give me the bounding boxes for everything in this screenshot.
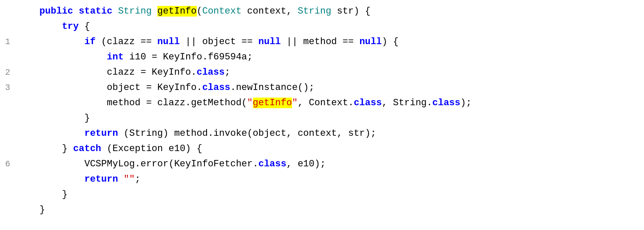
token: class — [196, 67, 224, 78]
token: class — [432, 98, 460, 108]
token: str) { — [331, 6, 370, 17]
token: clazz = KeyInfo. — [107, 67, 196, 78]
token: object = KeyInfo. — [107, 82, 202, 93]
token: } — [62, 189, 68, 200]
token: getInfo — [253, 98, 292, 108]
code-line: try { — [0, 20, 644, 35]
token: (String) method.invoke(object, context, … — [118, 128, 376, 139]
token: Context — [202, 6, 241, 17]
code-content: VCSPMyLog.error(KeyInfoFetcher.class, e1… — [17, 157, 644, 171]
code-content: int i10 = KeyInfo.f69594a; — [17, 50, 644, 65]
token: .newInstance(); — [230, 82, 315, 93]
token: , Context. — [298, 98, 354, 108]
token: return — [84, 128, 118, 139]
code-line: } catch (Exception e10) { — [0, 142, 644, 157]
token: ); — [460, 98, 471, 108]
token — [152, 6, 157, 17]
token — [118, 174, 124, 185]
code-content: clazz = KeyInfo.class; — [17, 65, 644, 80]
token: (Exception e10) { — [101, 143, 202, 154]
code-line: method = clazz.getMethod("getInfo", Cont… — [0, 96, 644, 111]
token: catch — [73, 143, 101, 154]
token: context, — [241, 6, 298, 17]
token: getInfo — [157, 6, 196, 17]
code-line: int i10 = KeyInfo.f69594a; — [0, 50, 644, 65]
code-line: } — [0, 188, 644, 203]
line-number: 1 — [0, 35, 17, 48]
token: ) { — [382, 36, 399, 47]
token: || method == — [281, 36, 360, 47]
code-content: } — [17, 203, 644, 217]
code-line: } — [0, 111, 644, 126]
code-content: return ""; — [17, 172, 644, 187]
code-content: return (String) method.invoke(object, co… — [17, 126, 644, 141]
token: ( — [197, 6, 202, 17]
code-line: 2 clazz = KeyInfo.class; — [0, 65, 644, 81]
token: class — [202, 82, 230, 93]
token: ; — [224, 67, 230, 78]
token: if — [84, 36, 95, 47]
code-content: public static String getInfo(Context con… — [17, 4, 644, 19]
token: null — [258, 36, 281, 47]
token: String — [118, 6, 152, 17]
line-number: 2 — [0, 66, 17, 79]
code-line: 3 object = KeyInfo.class.newInstance(); — [0, 81, 644, 96]
token: } — [62, 143, 73, 154]
token: " — [292, 98, 298, 108]
code-content: object = KeyInfo.class.newInstance(); — [17, 81, 644, 95]
code-line: 1 if (clazz == null || object == null ||… — [0, 35, 644, 50]
line-number: 3 — [0, 81, 17, 94]
token: int — [107, 52, 124, 62]
code-line: 6 VCSPMyLog.error(KeyInfoFetcher.class, … — [0, 157, 644, 172]
token: i10 = KeyInfo.f69594a; — [124, 52, 253, 62]
token: , e10); — [287, 159, 326, 169]
token: try — [62, 21, 79, 32]
token: VCSPMyLog.error(KeyInfoFetcher. — [84, 159, 258, 169]
code-content: if (clazz == null || object == null || m… — [17, 35, 644, 49]
line-number: 6 — [0, 157, 17, 171]
code-line: return (String) method.invoke(object, co… — [0, 126, 644, 142]
code-content: } catch (Exception e10) { — [17, 142, 644, 156]
code-content: try { — [17, 20, 644, 34]
token: class — [258, 159, 287, 169]
code-content: } — [17, 188, 644, 202]
token: (clazz == — [96, 36, 157, 47]
token — [112, 6, 118, 17]
token — [73, 6, 79, 17]
code-content: } — [17, 111, 644, 126]
token: class — [354, 98, 382, 108]
token: " — [247, 98, 252, 108]
code-line: return ""; — [0, 172, 644, 188]
code-container: public static String getInfo(Context con… — [0, 0, 644, 222]
code-line: public static String getInfo(Context con… — [0, 4, 644, 20]
token: static — [79, 6, 112, 17]
token: null — [157, 36, 180, 47]
token: { — [79, 21, 90, 32]
token: } — [84, 113, 90, 123]
token: ; — [135, 174, 140, 185]
token: null — [359, 36, 382, 47]
code-line: } — [0, 203, 644, 218]
token: , String. — [382, 98, 432, 108]
token: return — [84, 174, 118, 185]
token: } — [40, 205, 45, 215]
token: method = clazz.getMethod( — [107, 98, 247, 108]
token: String — [298, 6, 331, 17]
token: || object == — [180, 36, 258, 47]
token: public — [40, 6, 73, 17]
code-content: method = clazz.getMethod("getInfo", Cont… — [17, 96, 644, 110]
token: "" — [124, 174, 135, 185]
